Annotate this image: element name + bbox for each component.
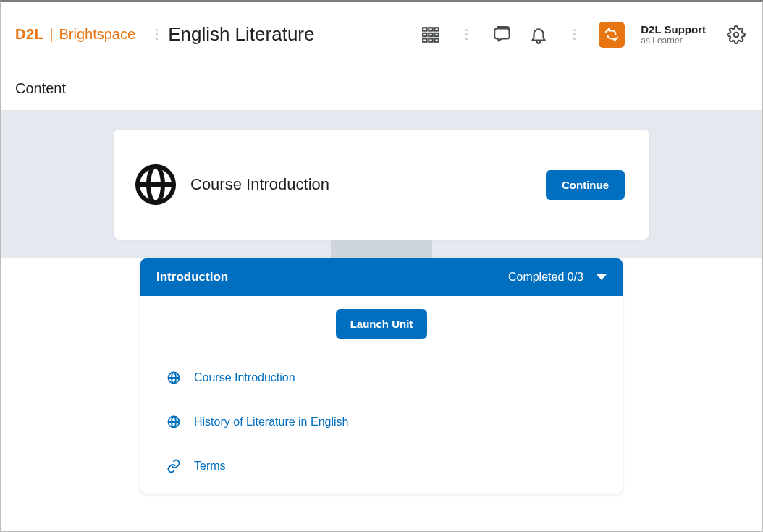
svg-rect-5	[435, 33, 439, 35]
globe-icon	[134, 163, 177, 206]
svg-point-9	[734, 32, 739, 37]
svg-rect-6	[423, 38, 426, 41]
unit-item[interactable]: History of Literature in English	[164, 400, 599, 444]
nav-divider-icon	[156, 29, 158, 40]
user-menu[interactable]: D2L Support as Learner	[641, 23, 706, 46]
intro-card: Course Introduction Continue	[114, 130, 649, 240]
unit-header[interactable]: Introduction Completed 0/3	[140, 258, 623, 296]
svg-rect-4	[429, 33, 433, 35]
unit-item-list: Course Introduction History of Literatur…	[156, 356, 607, 488]
logo-d2l-text: D2L	[15, 26, 43, 43]
nav-divider-icon	[573, 29, 576, 40]
unit-item-label: Course Introduction	[194, 371, 295, 384]
subnav-content[interactable]: Content	[15, 80, 66, 97]
unit-item-label: Terms	[194, 460, 226, 473]
globe-icon	[166, 415, 181, 429]
impersonate-icon[interactable]	[599, 22, 625, 48]
nav-divider-icon	[465, 29, 468, 40]
notifications-icon[interactable]	[527, 23, 550, 46]
settings-gear-icon[interactable]	[725, 23, 748, 46]
course-subnav: Content	[1, 67, 762, 111]
svg-rect-7	[429, 38, 433, 41]
svg-rect-3	[423, 33, 426, 35]
brand-logo[interactable]: D2L | Brightspace	[15, 26, 135, 43]
unit-item[interactable]: Terms	[164, 444, 599, 488]
messages-icon[interactable]	[491, 23, 514, 46]
unit-item-label: History of Literature in English	[194, 415, 348, 428]
card-connector	[331, 240, 432, 258]
intro-title: Course Introduction	[190, 175, 329, 194]
main-area: Introduction Completed 0/3 Launch Unit C…	[1, 258, 762, 523]
unit-title: Introduction	[156, 270, 228, 284]
nav-icon-group: D2L Support as Learner	[419, 22, 748, 48]
unit-card: Introduction Completed 0/3 Launch Unit C…	[140, 258, 623, 494]
unit-body: Launch Unit Course Introduction History …	[140, 296, 623, 494]
launch-unit-button[interactable]: Launch Unit	[336, 309, 428, 339]
logo-brightspace-text: Brightspace	[59, 26, 136, 43]
svg-rect-1	[429, 28, 433, 30]
user-role: as Learner	[641, 35, 706, 46]
top-nav: D2L | Brightspace English Literature	[1, 2, 762, 67]
logo-separator: |	[49, 26, 53, 43]
link-icon	[166, 459, 181, 473]
svg-rect-8	[435, 38, 439, 41]
course-title: English Literature	[168, 23, 314, 46]
unit-completed-count: Completed 0/3	[508, 271, 583, 284]
hero-band: Course Introduction Continue	[1, 111, 762, 258]
svg-rect-2	[435, 28, 439, 30]
unit-item[interactable]: Course Introduction	[164, 356, 599, 400]
continue-button[interactable]: Continue	[546, 170, 625, 200]
globe-icon	[166, 371, 181, 385]
svg-rect-0	[423, 28, 426, 30]
apps-grid-icon[interactable]	[419, 23, 442, 46]
user-name: D2L Support	[641, 23, 706, 35]
chevron-down-icon	[597, 274, 607, 280]
